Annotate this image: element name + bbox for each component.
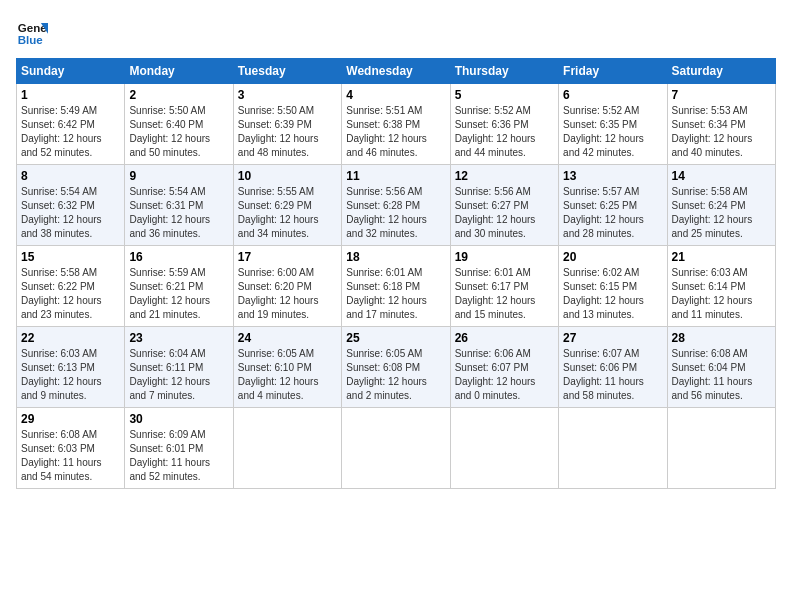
- calendar-day-cell: 5Sunrise: 5:52 AM Sunset: 6:36 PM Daylig…: [450, 84, 558, 165]
- svg-text:Blue: Blue: [18, 34, 44, 46]
- day-detail: Sunrise: 5:58 AM Sunset: 6:24 PM Dayligh…: [672, 185, 771, 241]
- calendar-day-cell: [342, 408, 450, 489]
- calendar-day-cell: 4Sunrise: 5:51 AM Sunset: 6:38 PM Daylig…: [342, 84, 450, 165]
- day-number: 12: [455, 169, 554, 183]
- calendar-header-row: SundayMondayTuesdayWednesdayThursdayFrid…: [17, 59, 776, 84]
- day-number: 16: [129, 250, 228, 264]
- day-number: 26: [455, 331, 554, 345]
- day-detail: Sunrise: 6:08 AM Sunset: 6:04 PM Dayligh…: [672, 347, 771, 403]
- day-number: 9: [129, 169, 228, 183]
- day-number: 6: [563, 88, 662, 102]
- calendar: SundayMondayTuesdayWednesdayThursdayFrid…: [16, 58, 776, 489]
- day-of-week-header: Friday: [559, 59, 667, 84]
- day-detail: Sunrise: 5:50 AM Sunset: 6:40 PM Dayligh…: [129, 104, 228, 160]
- day-detail: Sunrise: 6:04 AM Sunset: 6:11 PM Dayligh…: [129, 347, 228, 403]
- day-detail: Sunrise: 5:54 AM Sunset: 6:31 PM Dayligh…: [129, 185, 228, 241]
- day-detail: Sunrise: 5:55 AM Sunset: 6:29 PM Dayligh…: [238, 185, 337, 241]
- calendar-day-cell: [233, 408, 341, 489]
- day-number: 1: [21, 88, 120, 102]
- day-detail: Sunrise: 5:49 AM Sunset: 6:42 PM Dayligh…: [21, 104, 120, 160]
- calendar-week-row: 15Sunrise: 5:58 AM Sunset: 6:22 PM Dayli…: [17, 246, 776, 327]
- calendar-day-cell: 20Sunrise: 6:02 AM Sunset: 6:15 PM Dayli…: [559, 246, 667, 327]
- day-number: 15: [21, 250, 120, 264]
- day-number: 2: [129, 88, 228, 102]
- calendar-day-cell: 30Sunrise: 6:09 AM Sunset: 6:01 PM Dayli…: [125, 408, 233, 489]
- calendar-day-cell: 13Sunrise: 5:57 AM Sunset: 6:25 PM Dayli…: [559, 165, 667, 246]
- calendar-day-cell: 12Sunrise: 5:56 AM Sunset: 6:27 PM Dayli…: [450, 165, 558, 246]
- calendar-day-cell: 14Sunrise: 5:58 AM Sunset: 6:24 PM Dayli…: [667, 165, 775, 246]
- day-of-week-header: Thursday: [450, 59, 558, 84]
- calendar-day-cell: 18Sunrise: 6:01 AM Sunset: 6:18 PM Dayli…: [342, 246, 450, 327]
- calendar-day-cell: 19Sunrise: 6:01 AM Sunset: 6:17 PM Dayli…: [450, 246, 558, 327]
- day-number: 29: [21, 412, 120, 426]
- day-detail: Sunrise: 6:08 AM Sunset: 6:03 PM Dayligh…: [21, 428, 120, 484]
- day-number: 21: [672, 250, 771, 264]
- day-number: 8: [21, 169, 120, 183]
- day-number: 10: [238, 169, 337, 183]
- day-number: 25: [346, 331, 445, 345]
- day-of-week-header: Tuesday: [233, 59, 341, 84]
- calendar-day-cell: 27Sunrise: 6:07 AM Sunset: 6:06 PM Dayli…: [559, 327, 667, 408]
- day-number: 14: [672, 169, 771, 183]
- day-detail: Sunrise: 5:51 AM Sunset: 6:38 PM Dayligh…: [346, 104, 445, 160]
- day-detail: Sunrise: 6:00 AM Sunset: 6:20 PM Dayligh…: [238, 266, 337, 322]
- day-detail: Sunrise: 6:09 AM Sunset: 6:01 PM Dayligh…: [129, 428, 228, 484]
- day-number: 5: [455, 88, 554, 102]
- day-number: 23: [129, 331, 228, 345]
- day-number: 24: [238, 331, 337, 345]
- day-number: 22: [21, 331, 120, 345]
- day-number: 30: [129, 412, 228, 426]
- day-detail: Sunrise: 6:03 AM Sunset: 6:13 PM Dayligh…: [21, 347, 120, 403]
- calendar-day-cell: 9Sunrise: 5:54 AM Sunset: 6:31 PM Daylig…: [125, 165, 233, 246]
- day-detail: Sunrise: 5:56 AM Sunset: 6:28 PM Dayligh…: [346, 185, 445, 241]
- day-number: 27: [563, 331, 662, 345]
- day-detail: Sunrise: 6:03 AM Sunset: 6:14 PM Dayligh…: [672, 266, 771, 322]
- day-of-week-header: Saturday: [667, 59, 775, 84]
- day-of-week-header: Sunday: [17, 59, 125, 84]
- calendar-day-cell: 11Sunrise: 5:56 AM Sunset: 6:28 PM Dayli…: [342, 165, 450, 246]
- day-number: 20: [563, 250, 662, 264]
- day-detail: Sunrise: 5:59 AM Sunset: 6:21 PM Dayligh…: [129, 266, 228, 322]
- page-header: General Blue: [16, 16, 776, 48]
- day-detail: Sunrise: 5:52 AM Sunset: 6:36 PM Dayligh…: [455, 104, 554, 160]
- day-number: 17: [238, 250, 337, 264]
- calendar-day-cell: 7Sunrise: 5:53 AM Sunset: 6:34 PM Daylig…: [667, 84, 775, 165]
- calendar-day-cell: 29Sunrise: 6:08 AM Sunset: 6:03 PM Dayli…: [17, 408, 125, 489]
- day-detail: Sunrise: 6:05 AM Sunset: 6:08 PM Dayligh…: [346, 347, 445, 403]
- day-detail: Sunrise: 6:02 AM Sunset: 6:15 PM Dayligh…: [563, 266, 662, 322]
- day-number: 28: [672, 331, 771, 345]
- calendar-day-cell: 22Sunrise: 6:03 AM Sunset: 6:13 PM Dayli…: [17, 327, 125, 408]
- day-detail: Sunrise: 6:07 AM Sunset: 6:06 PM Dayligh…: [563, 347, 662, 403]
- day-number: 18: [346, 250, 445, 264]
- calendar-week-row: 8Sunrise: 5:54 AM Sunset: 6:32 PM Daylig…: [17, 165, 776, 246]
- day-detail: Sunrise: 6:05 AM Sunset: 6:10 PM Dayligh…: [238, 347, 337, 403]
- calendar-day-cell: 15Sunrise: 5:58 AM Sunset: 6:22 PM Dayli…: [17, 246, 125, 327]
- day-detail: Sunrise: 5:54 AM Sunset: 6:32 PM Dayligh…: [21, 185, 120, 241]
- calendar-day-cell: 25Sunrise: 6:05 AM Sunset: 6:08 PM Dayli…: [342, 327, 450, 408]
- calendar-day-cell: [559, 408, 667, 489]
- calendar-day-cell: 8Sunrise: 5:54 AM Sunset: 6:32 PM Daylig…: [17, 165, 125, 246]
- day-number: 13: [563, 169, 662, 183]
- day-of-week-header: Monday: [125, 59, 233, 84]
- calendar-day-cell: 26Sunrise: 6:06 AM Sunset: 6:07 PM Dayli…: [450, 327, 558, 408]
- day-detail: Sunrise: 6:01 AM Sunset: 6:18 PM Dayligh…: [346, 266, 445, 322]
- day-number: 3: [238, 88, 337, 102]
- day-number: 19: [455, 250, 554, 264]
- calendar-week-row: 29Sunrise: 6:08 AM Sunset: 6:03 PM Dayli…: [17, 408, 776, 489]
- calendar-day-cell: [667, 408, 775, 489]
- calendar-day-cell: 17Sunrise: 6:00 AM Sunset: 6:20 PM Dayli…: [233, 246, 341, 327]
- calendar-day-cell: 28Sunrise: 6:08 AM Sunset: 6:04 PM Dayli…: [667, 327, 775, 408]
- calendar-day-cell: 6Sunrise: 5:52 AM Sunset: 6:35 PM Daylig…: [559, 84, 667, 165]
- day-detail: Sunrise: 5:58 AM Sunset: 6:22 PM Dayligh…: [21, 266, 120, 322]
- calendar-week-row: 22Sunrise: 6:03 AM Sunset: 6:13 PM Dayli…: [17, 327, 776, 408]
- day-number: 4: [346, 88, 445, 102]
- logo-icon: General Blue: [16, 16, 48, 48]
- calendar-day-cell: [450, 408, 558, 489]
- calendar-day-cell: 2Sunrise: 5:50 AM Sunset: 6:40 PM Daylig…: [125, 84, 233, 165]
- day-of-week-header: Wednesday: [342, 59, 450, 84]
- day-detail: Sunrise: 5:53 AM Sunset: 6:34 PM Dayligh…: [672, 104, 771, 160]
- calendar-day-cell: 10Sunrise: 5:55 AM Sunset: 6:29 PM Dayli…: [233, 165, 341, 246]
- day-detail: Sunrise: 5:50 AM Sunset: 6:39 PM Dayligh…: [238, 104, 337, 160]
- calendar-day-cell: 24Sunrise: 6:05 AM Sunset: 6:10 PM Dayli…: [233, 327, 341, 408]
- calendar-day-cell: 3Sunrise: 5:50 AM Sunset: 6:39 PM Daylig…: [233, 84, 341, 165]
